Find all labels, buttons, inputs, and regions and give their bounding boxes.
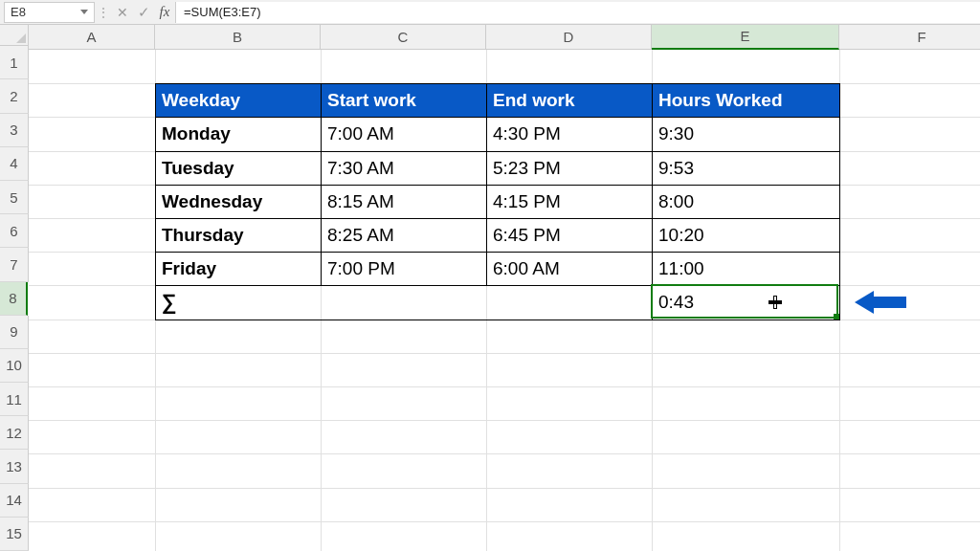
row-head-11[interactable]: 11 <box>0 383 29 416</box>
data-table: Weekday Start work End work Hours Worked… <box>155 83 840 320</box>
header-weekday[interactable]: Weekday <box>156 84 322 118</box>
cell-hours[interactable]: 8:00 <box>653 185 840 218</box>
row-head-8[interactable]: 8 <box>0 282 28 316</box>
row-head-4[interactable]: 4 <box>0 147 29 181</box>
select-all-corner[interactable] <box>0 25 29 46</box>
row-head-2[interactable]: 2 <box>0 79 29 113</box>
table-row: Monday7:00 AM4:30 PM9:30 <box>156 118 840 151</box>
cell-hours[interactable]: 9:30 <box>653 118 840 151</box>
cell-hours[interactable]: 9:53 <box>653 151 840 185</box>
table-header-row: Weekday Start work End work Hours Worked <box>156 84 840 118</box>
formula-bar: E8 ⋮ ✕ ✓ fx =SUM(E3:E7) <box>0 0 980 25</box>
cell-end[interactable]: 4:30 PM <box>487 118 653 151</box>
row-head-7[interactable]: 7 <box>0 248 29 281</box>
row-head-1[interactable]: 1 <box>0 46 29 79</box>
sum-hours-cell[interactable]: 0:43 <box>653 286 840 320</box>
cell-end[interactable]: 4:15 PM <box>487 185 653 218</box>
grid-area: 123456789101112131415 ABCDEF Weekday Sta… <box>0 25 980 551</box>
cell-start[interactable]: 8:15 AM <box>322 185 487 218</box>
cell-weekday[interactable]: Monday <box>156 118 322 151</box>
row-head-15[interactable]: 15 <box>0 518 29 551</box>
cell-weekday[interactable]: Thursday <box>156 218 322 252</box>
table-row: Friday7:00 PM6:00 AM11:00 <box>156 253 840 286</box>
row-head-12[interactable]: 12 <box>0 416 29 450</box>
col-head-D[interactable]: D <box>486 25 652 50</box>
table-row: Wednesday8:15 AM4:15 PM8:00 <box>156 185 840 218</box>
cell-start[interactable]: 7:00 AM <box>322 118 487 151</box>
row-head-10[interactable]: 10 <box>0 349 29 383</box>
row-head-14[interactable]: 14 <box>0 484 29 518</box>
divider: ⋮ <box>95 0 112 24</box>
header-end[interactable]: End work <box>487 84 653 118</box>
cell-end[interactable]: 6:45 PM <box>487 218 653 252</box>
cell-weekday[interactable]: Tuesday <box>156 151 322 185</box>
cell-start[interactable]: 7:30 AM <box>322 151 487 185</box>
row-head-5[interactable]: 5 <box>0 181 29 214</box>
chevron-down-icon[interactable] <box>80 10 88 14</box>
cell-end[interactable]: 5:23 PM <box>487 151 653 185</box>
col-head-A[interactable]: A <box>29 25 155 50</box>
table-row: Thursday8:25 AM6:45 PM10:20 <box>156 218 840 252</box>
col-head-F[interactable]: F <box>839 25 980 50</box>
cell-start[interactable]: 7:00 PM <box>322 253 487 286</box>
cell-hours[interactable]: 10:20 <box>653 218 840 252</box>
cell-end[interactable]: 6:00 AM <box>487 253 653 286</box>
col-head-C[interactable]: C <box>321 25 486 50</box>
name-box[interactable]: E8 <box>4 2 95 23</box>
column-headers: ABCDEF <box>29 25 980 50</box>
formula-text: =SUM(E3:E7) <box>184 5 261 19</box>
sum-row: ∑0:43 <box>156 286 840 320</box>
row-head-3[interactable]: 3 <box>0 114 29 147</box>
name-box-value: E8 <box>11 5 26 19</box>
check-icon[interactable]: ✓ <box>133 2 154 23</box>
row-head-6[interactable]: 6 <box>0 214 29 248</box>
cell-start[interactable]: 8:25 AM <box>322 218 487 252</box>
arrow-icon <box>855 291 906 314</box>
col-head-B[interactable]: B <box>155 25 321 50</box>
row-headers: 123456789101112131415 <box>0 46 29 551</box>
cell-weekday[interactable]: Wednesday <box>156 185 322 218</box>
cell-weekday[interactable]: Friday <box>156 253 322 286</box>
cell-hours[interactable]: 11:00 <box>653 253 840 286</box>
fx-icon[interactable]: fx <box>154 2 175 23</box>
table-row: Tuesday7:30 AM5:23 PM9:53 <box>156 151 840 185</box>
col-head-E[interactable]: E <box>652 25 839 50</box>
row-head-13[interactable]: 13 <box>0 450 29 483</box>
header-hours[interactable]: Hours Worked <box>653 84 840 118</box>
formula-input[interactable]: =SUM(E3:E7) <box>175 2 980 23</box>
cancel-icon[interactable]: ✕ <box>112 2 133 23</box>
sheet[interactable]: Weekday Start work End work Hours Worked… <box>29 50 980 551</box>
row-head-9[interactable]: 9 <box>0 316 29 349</box>
header-start[interactable]: Start work <box>322 84 487 118</box>
sigma-cell[interactable]: ∑ <box>156 286 653 320</box>
